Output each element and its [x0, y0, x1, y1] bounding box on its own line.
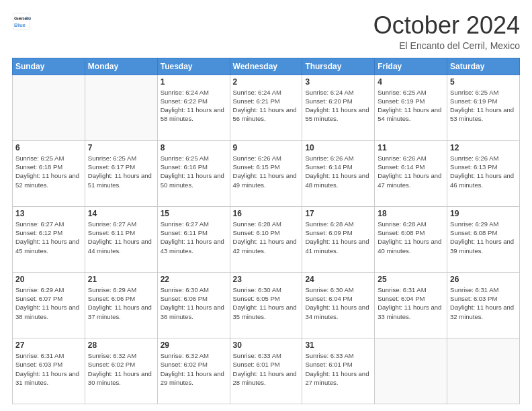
day-number: 20: [15, 275, 82, 284]
day-number: 7: [88, 143, 154, 152]
day-cell: 6Sunrise: 6:25 AM Sunset: 6:18 PM Daylig…: [13, 140, 85, 206]
day-number: 31: [305, 340, 371, 350]
day-number: 2: [233, 77, 300, 87]
day-info: Sunrise: 6:26 AM Sunset: 6:14 PM Dayligh…: [378, 154, 444, 189]
day-cell: [13, 75, 85, 140]
day-number: 26: [450, 275, 517, 284]
weekday-header-friday: Friday: [375, 58, 447, 75]
day-number: 3: [305, 77, 371, 87]
day-cell: 25Sunrise: 6:31 AM Sunset: 6:04 PM Dayli…: [375, 272, 447, 338]
day-number: 18: [378, 209, 444, 218]
day-number: 19: [450, 209, 517, 218]
week-row-4: 20Sunrise: 6:29 AM Sunset: 6:07 PM Dayli…: [13, 272, 520, 338]
day-info: Sunrise: 6:27 AM Sunset: 6:11 PM Dayligh…: [88, 220, 154, 255]
day-info: Sunrise: 6:25 AM Sunset: 6:18 PM Dayligh…: [15, 154, 82, 189]
day-number: 29: [161, 340, 227, 350]
day-info: Sunrise: 6:32 AM Sunset: 6:02 PM Dayligh…: [88, 351, 154, 387]
day-cell: 23Sunrise: 6:30 AM Sunset: 6:05 PM Dayli…: [230, 272, 302, 338]
header: General Blue General Blue October 2024 E…: [12, 12, 520, 51]
day-cell: 3Sunrise: 6:24 AM Sunset: 6:20 PM Daylig…: [302, 75, 375, 140]
week-row-1: 1Sunrise: 6:24 AM Sunset: 6:22 PM Daylig…: [13, 75, 520, 140]
weekday-header-tuesday: Tuesday: [157, 58, 230, 75]
svg-text:Blue: Blue: [14, 22, 26, 28]
day-info: Sunrise: 6:26 AM Sunset: 6:14 PM Dayligh…: [305, 154, 371, 189]
month-title: October 2024: [373, 12, 520, 39]
day-info: Sunrise: 6:27 AM Sunset: 6:12 PM Dayligh…: [15, 220, 82, 255]
day-number: 11: [378, 143, 444, 152]
day-number: 10: [305, 143, 371, 152]
day-number: 25: [378, 275, 444, 284]
day-cell: 19Sunrise: 6:29 AM Sunset: 6:08 PM Dayli…: [447, 206, 520, 272]
day-cell: [85, 75, 157, 140]
day-cell: 16Sunrise: 6:28 AM Sunset: 6:10 PM Dayli…: [230, 206, 302, 272]
day-number: 21: [88, 275, 154, 284]
day-number: 4: [378, 77, 444, 87]
weekday-header-sunday: Sunday: [13, 58, 85, 75]
day-cell: 8Sunrise: 6:25 AM Sunset: 6:16 PM Daylig…: [157, 140, 230, 206]
day-info: Sunrise: 6:29 AM Sunset: 6:07 PM Dayligh…: [15, 285, 82, 321]
day-cell: 17Sunrise: 6:28 AM Sunset: 6:09 PM Dayli…: [302, 206, 375, 272]
day-info: Sunrise: 6:25 AM Sunset: 6:17 PM Dayligh…: [88, 154, 154, 189]
day-cell: 1Sunrise: 6:24 AM Sunset: 6:22 PM Daylig…: [157, 75, 230, 140]
day-info: Sunrise: 6:24 AM Sunset: 6:21 PM Dayligh…: [233, 88, 300, 124]
day-number: 6: [15, 143, 82, 152]
day-number: 14: [88, 209, 154, 218]
day-cell: 14Sunrise: 6:27 AM Sunset: 6:11 PM Dayli…: [85, 206, 157, 272]
weekday-header-wednesday: Wednesday: [230, 58, 302, 75]
day-cell: 13Sunrise: 6:27 AM Sunset: 6:12 PM Dayli…: [13, 206, 85, 272]
day-cell: 7Sunrise: 6:25 AM Sunset: 6:17 PM Daylig…: [85, 140, 157, 206]
day-cell: 10Sunrise: 6:26 AM Sunset: 6:14 PM Dayli…: [302, 140, 375, 206]
weekday-header-thursday: Thursday: [302, 58, 375, 75]
day-info: Sunrise: 6:30 AM Sunset: 6:06 PM Dayligh…: [161, 285, 227, 321]
day-number: 30: [233, 340, 300, 350]
day-info: Sunrise: 6:24 AM Sunset: 6:22 PM Dayligh…: [161, 88, 227, 124]
subtitle: El Encanto del Cerril, Mexico: [373, 40, 520, 51]
day-info: Sunrise: 6:25 AM Sunset: 6:19 PM Dayligh…: [378, 88, 444, 124]
day-number: 23: [233, 275, 300, 284]
week-row-5: 27Sunrise: 6:31 AM Sunset: 6:03 PM Dayli…: [13, 338, 520, 404]
day-number: 1: [161, 77, 227, 87]
day-number: 24: [305, 275, 371, 284]
day-info: Sunrise: 6:33 AM Sunset: 6:01 PM Dayligh…: [233, 351, 300, 387]
day-info: Sunrise: 6:25 AM Sunset: 6:16 PM Dayligh…: [161, 154, 227, 189]
page: General Blue General Blue October 2024 E…: [0, 0, 532, 411]
day-info: Sunrise: 6:24 AM Sunset: 6:20 PM Dayligh…: [305, 88, 371, 124]
day-info: Sunrise: 6:31 AM Sunset: 6:03 PM Dayligh…: [15, 351, 82, 387]
day-cell: 15Sunrise: 6:27 AM Sunset: 6:11 PM Dayli…: [157, 206, 230, 272]
weekday-header-monday: Monday: [85, 58, 157, 75]
logo-icon: General Blue: [12, 12, 31, 31]
week-row-3: 13Sunrise: 6:27 AM Sunset: 6:12 PM Dayli…: [13, 206, 520, 272]
day-info: Sunrise: 6:25 AM Sunset: 6:19 PM Dayligh…: [450, 88, 517, 124]
day-info: Sunrise: 6:30 AM Sunset: 6:05 PM Dayligh…: [233, 285, 300, 321]
day-number: 5: [450, 77, 517, 87]
day-number: 13: [15, 209, 82, 218]
day-info: Sunrise: 6:29 AM Sunset: 6:08 PM Dayligh…: [450, 220, 517, 255]
day-cell: 24Sunrise: 6:30 AM Sunset: 6:04 PM Dayli…: [302, 272, 375, 338]
day-number: 22: [161, 275, 227, 284]
calendar-table: SundayMondayTuesdayWednesdayThursdayFrid…: [12, 58, 520, 404]
weekday-header-saturday: Saturday: [447, 58, 520, 75]
day-cell: 9Sunrise: 6:26 AM Sunset: 6:15 PM Daylig…: [230, 140, 302, 206]
day-cell: [375, 338, 447, 404]
day-info: Sunrise: 6:27 AM Sunset: 6:11 PM Dayligh…: [161, 220, 227, 255]
day-info: Sunrise: 6:31 AM Sunset: 6:04 PM Dayligh…: [378, 285, 444, 321]
day-info: Sunrise: 6:33 AM Sunset: 6:01 PM Dayligh…: [305, 351, 371, 387]
day-number: 15: [161, 209, 227, 218]
day-cell: 18Sunrise: 6:28 AM Sunset: 6:08 PM Dayli…: [375, 206, 447, 272]
day-info: Sunrise: 6:32 AM Sunset: 6:02 PM Dayligh…: [161, 351, 227, 387]
day-cell: 20Sunrise: 6:29 AM Sunset: 6:07 PM Dayli…: [13, 272, 85, 338]
day-number: 28: [88, 340, 154, 350]
day-cell: 27Sunrise: 6:31 AM Sunset: 6:03 PM Dayli…: [13, 338, 85, 404]
day-cell: 21Sunrise: 6:29 AM Sunset: 6:06 PM Dayli…: [85, 272, 157, 338]
day-cell: 30Sunrise: 6:33 AM Sunset: 6:01 PM Dayli…: [230, 338, 302, 404]
day-cell: 28Sunrise: 6:32 AM Sunset: 6:02 PM Dayli…: [85, 338, 157, 404]
title-block: October 2024 El Encanto del Cerril, Mexi…: [373, 12, 520, 51]
day-info: Sunrise: 6:29 AM Sunset: 6:06 PM Dayligh…: [88, 285, 154, 321]
day-cell: 22Sunrise: 6:30 AM Sunset: 6:06 PM Dayli…: [157, 272, 230, 338]
day-info: Sunrise: 6:28 AM Sunset: 6:09 PM Dayligh…: [305, 220, 371, 255]
day-info: Sunrise: 6:28 AM Sunset: 6:08 PM Dayligh…: [378, 220, 444, 255]
day-number: 27: [15, 340, 82, 350]
day-info: Sunrise: 6:31 AM Sunset: 6:03 PM Dayligh…: [450, 285, 517, 321]
day-info: Sunrise: 6:30 AM Sunset: 6:04 PM Dayligh…: [305, 285, 371, 321]
logo: General Blue General Blue: [12, 12, 31, 31]
